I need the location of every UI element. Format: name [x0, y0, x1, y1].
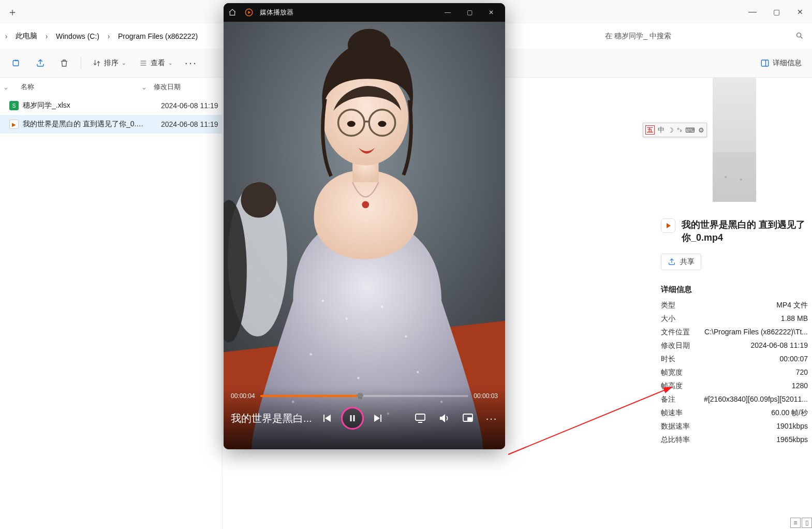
details-pane: 我的世界是黑白的 直到遇见了你_0.mp4 共享 详细信息 类型MP4 文件大小…	[657, 78, 812, 529]
svg-point-27	[378, 121, 386, 127]
ime-punct-label[interactable]: °›	[677, 126, 682, 134]
volume-icon[interactable]	[438, 412, 450, 424]
sort-dropdown[interactable]: 排序 ⌄	[87, 54, 131, 72]
close-button[interactable]: ✕	[788, 0, 812, 24]
property-value: 1965kbps	[776, 435, 808, 445]
search-placeholder: 在 穗岁同学_ 中搜索	[605, 32, 671, 41]
chevron-down-icon[interactable]: ⌄	[138, 83, 150, 91]
keyboard-icon[interactable]: ⌨	[685, 126, 695, 134]
file-name: 我的世界是黑白的 直到遇见了你_0.mp4	[23, 120, 150, 129]
svg-point-12	[405, 335, 407, 338]
player-titlebar[interactable]: 媒体播放器 — ▢ ✕	[224, 3, 505, 22]
search-icon	[795, 32, 804, 40]
play-pause-button[interactable]	[341, 407, 364, 430]
file-type-icon	[661, 218, 675, 233]
ime-mode-label[interactable]: 中	[658, 125, 665, 135]
player-window-controls: — ▢ ✕	[437, 3, 502, 22]
property-value: 00:00:07	[780, 355, 808, 364]
more-button[interactable]: ···	[181, 54, 201, 72]
chevron-right-icon[interactable]: ›	[40, 32, 53, 40]
file-list: ⌄ 名称 ⌄ 修改日期 S穗岁同学_.xlsx2024-06-08 11:19▶…	[0, 78, 223, 529]
property-value: MP4 文件	[776, 301, 808, 310]
details-toggle-label: 详细信息	[773, 58, 802, 68]
share-button[interactable]	[30, 54, 51, 72]
property-row: 帧高度1280	[657, 379, 812, 393]
property-key: 数据速率	[661, 422, 690, 431]
more-icon[interactable]: ···	[485, 412, 498, 424]
layout-list-icon[interactable]: ≡	[790, 518, 801, 528]
property-row: 修改日期2024-06-08 11:19	[657, 339, 812, 352]
chevron-down-icon: ⌄	[122, 60, 126, 66]
property-row: 文件位置C:\Program Files (x862222)\Tt...	[657, 326, 812, 339]
search-input[interactable]: 在 穗岁同学_ 中搜索	[599, 27, 810, 45]
file-modified: 2024-06-08 11:19	[150, 101, 222, 110]
file-row[interactable]: ▶我的世界是黑白的 直到遇见了你_0.mp42024-06-08 11:19	[0, 115, 222, 134]
layout-grid-icon[interactable]: ▯	[802, 518, 812, 528]
mini-player-icon[interactable]	[462, 412, 474, 424]
svg-point-26	[347, 121, 356, 127]
seek-bar[interactable]	[260, 395, 469, 397]
media-player-window: 媒体播放器 — ▢ ✕	[224, 3, 505, 449]
column-headers: ⌄ 名称 ⌄ 修改日期	[0, 78, 222, 96]
file-name: 穗岁同学_.xlsx	[23, 101, 150, 110]
property-row: 类型MP4 文件	[657, 299, 812, 312]
property-value: 1901kbps	[776, 422, 808, 431]
breadcrumb-item[interactable]: Windows (C:)	[53, 30, 102, 42]
property-row: 帧速率60.00 帧/秒	[657, 406, 812, 420]
property-key: 修改日期	[661, 341, 690, 350]
player-close-button[interactable]: ✕	[480, 3, 502, 22]
svg-point-20	[362, 201, 369, 208]
layout-switch[interactable]: ≡ ▯	[790, 518, 812, 528]
property-row: 备注#[2160x3840][60.09fps][52011...	[657, 393, 812, 406]
property-value: 60.00 帧/秒	[771, 408, 808, 418]
ime-toolbar[interactable]: 五 中 ☽ °› ⌨ ⚙	[643, 123, 707, 137]
settings-icon[interactable]: ⚙	[698, 126, 704, 134]
property-key: 大小	[661, 314, 675, 324]
breadcrumb-item[interactable]: Program Files (x862222)	[115, 30, 201, 42]
chevron-right-icon[interactable]: ›	[0, 32, 12, 40]
file-row[interactable]: S穗岁同学_.xlsx2024-06-08 11:19	[0, 96, 222, 115]
video-viewport[interactable]: 00:00:04 00:00:03 我的世界是黑白...	[224, 22, 505, 449]
share-button[interactable]: 共享	[661, 254, 701, 270]
delete-button[interactable]	[54, 54, 75, 72]
property-row: 帧宽度720	[657, 366, 812, 379]
now-playing-title: 我的世界是黑白...	[231, 412, 312, 425]
property-key: 类型	[661, 301, 675, 310]
details-thumbnail-area	[657, 78, 812, 206]
details-section-header: 详细信息	[661, 285, 812, 295]
player-minimize-button[interactable]: —	[437, 3, 459, 22]
svg-rect-1	[13, 60, 19, 66]
property-key: 备注	[661, 395, 675, 404]
property-key: 总比特率	[661, 435, 690, 445]
property-value: #[2160x3840][60.09fps][52011...	[704, 395, 808, 404]
column-modified[interactable]: 修改日期	[150, 82, 222, 92]
file-modified: 2024-06-08 11:19	[150, 120, 222, 128]
breadcrumb-item[interactable]: 此电脑	[12, 30, 40, 43]
video-thumbnail[interactable]	[713, 78, 756, 202]
minimize-button[interactable]: —	[741, 0, 764, 24]
view-label: 查看	[151, 58, 165, 68]
property-value: C:\Program Files (x862222)\Tt...	[704, 328, 808, 337]
next-track-button[interactable]	[372, 412, 385, 424]
svg-point-11	[381, 305, 383, 308]
column-name[interactable]: 名称	[11, 82, 138, 92]
home-icon[interactable]	[227, 7, 238, 18]
property-key: 帧宽度	[661, 368, 683, 377]
details-pane-toggle[interactable]: 详细信息	[756, 58, 806, 68]
chevron-right-icon[interactable]: ›	[102, 32, 115, 40]
property-key: 文件位置	[661, 328, 690, 337]
new-tab-button[interactable]: ＋	[4, 5, 21, 19]
rename-button[interactable]	[6, 54, 27, 72]
previous-track-button[interactable]	[320, 412, 333, 424]
player-maximize-button[interactable]: ▢	[459, 3, 480, 22]
svg-point-13	[309, 353, 312, 356]
cast-icon[interactable]	[414, 412, 426, 424]
moon-icon[interactable]: ☽	[668, 126, 674, 134]
maximize-button[interactable]: ▢	[764, 0, 788, 24]
ime-engine-badge[interactable]: 五	[645, 125, 655, 135]
chevron-down-icon[interactable]: ⌄	[0, 83, 11, 91]
svg-point-0	[797, 33, 801, 37]
remaining-time: 00:00:03	[474, 392, 498, 400]
view-dropdown[interactable]: 查看 ⌄	[134, 54, 178, 72]
property-key: 帧速率	[661, 408, 683, 418]
